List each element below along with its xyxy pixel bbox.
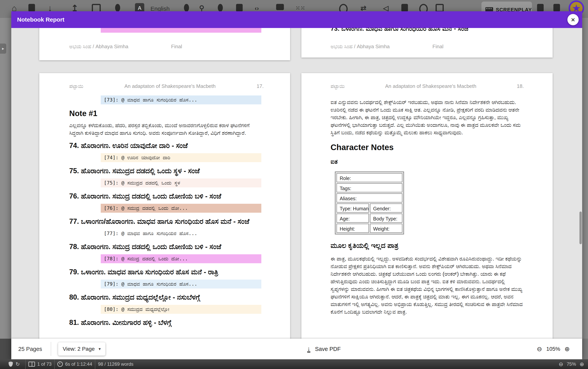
page-author: ಅಭಯ ಸಿಂಹ / Abhaya Simha: [69, 43, 128, 50]
zoom-out-icon[interactable]: ⊖: [537, 345, 542, 353]
table-cell: Gender:: [370, 203, 402, 213]
character-name: ಐತ: [330, 158, 524, 165]
image-icon[interactable]: [276, 4, 284, 10]
highlighted-code-line: [101, 28, 261, 33]
corner-fill: [0, 339, 11, 359]
scene-ref-line: [76]: @ ಸಮುದ್ರ ದಡದಲ್ಲಿ ಒಂದು ದೋ...: [101, 204, 261, 213]
scene-ref-line: [77]: @ ಮಾಧವ ಹಾಗೂ ಸುಗಂಧಿಯರ ಹೊಸ...: [101, 229, 261, 238]
scene-heading: 80. ಹೊರಾಂಗಣ. ಸಮುದ್ರದ ಮಧ್ಯದಲ್ಲೆಲ್ಲೋ - ನಸು…: [69, 293, 264, 302]
scene-ref-line: [73]: @ ಮಾಧವ ಹಾಗೂ ಸುಗಂಧಿಯರ ಹೊಸ...: [101, 95, 261, 104]
table-cell: Tags:: [336, 183, 402, 193]
table-cell: Role:: [336, 173, 402, 182]
divider: [95, 359, 95, 369]
close-icon[interactable]: ×: [567, 14, 579, 25]
pages-icon[interactable]: [236, 4, 243, 12]
scene-heading: 74. ಹೊರಾಂಗಣ. ಊರಿನ ಯಾವುದೋ ದಾರಿ - ಸಂಜೆ: [69, 141, 264, 150]
note-paragraph: ಎಲ್ಲವನ್ನೂ ಕಳೆದುಕೊಂಡು, ಹೆದರಿ, ಪರಸ್ಪರ ತಬ್ಬ…: [69, 122, 264, 137]
character-notes-heading: Character Notes: [330, 143, 524, 152]
sidebar-expand-toggle[interactable]: ▸: [0, 43, 6, 54]
divider: [51, 342, 51, 356]
person-icon[interactable]: [184, 4, 189, 12]
right-strip: [582, 18, 588, 339]
notebook-report-modal: ಅಭಯ ಸಿಂಹ / Abhaya Simha Final 73. ಒಳಾಂಗಣ…: [11, 11, 582, 359]
save-pdf-button[interactable]: ↓ Save PDF: [307, 346, 341, 352]
editor-zoom-level: 75%: [567, 361, 576, 367]
notes-icon[interactable]: [553, 4, 560, 12]
scene-ref-line: [78]: @ ಸಮುದ್ರ ದಡದಲ್ಲಿ ಒಂದು ದೋ...: [101, 254, 261, 263]
scene-heading: 79. ಒಳಾಂಗಣ. ಮಾಧವ ಹಾಗೂ ಸುಗಂಧಿಯರ ಹೊಸ ಮನೆ -…: [69, 267, 264, 277]
left-sidebar-strip: ▸: [0, 18, 11, 339]
scene-ref-line: [74]: @ ಊರಿನ ಯಾವುದೋ ದಾರಿ: [101, 153, 261, 162]
modal-header: Notebook Report: [11, 11, 582, 28]
shape-icon[interactable]: [218, 4, 223, 12]
language-label[interactable]: English: [151, 5, 170, 12]
add-box-icon[interactable]: [435, 4, 444, 12]
page-status: Final: [171, 43, 182, 50]
table-cell: Body Type:: [370, 214, 402, 223]
table-row: Aliases:: [336, 193, 403, 203]
refresh-icon[interactable]: ↻: [16, 361, 20, 367]
shield-icon[interactable]: [9, 362, 13, 367]
page-header-title: An adaptaton of Shakespeare's Macbeth: [345, 83, 517, 89]
scene-heading: 81. ಹೊರಾಂಗಣ. ಮೀನುಗಾರರ ಹಳ್ಳಿ - ಬೆಳಗ್ಗೆ: [69, 318, 264, 327]
page-header-title: An adaptaton of Shakespeare's Macbeth: [83, 83, 257, 89]
note-heading: Note #1: [69, 109, 264, 118]
report-footer-bar: 25 Pages View: 2 Page ▾ ↓ Save PDF ⊖ 105…: [11, 339, 582, 359]
table-row: Height:Weight:: [336, 223, 403, 233]
book-icon: [28, 362, 35, 367]
runtime-indicator: 6s of 1:12:44: [65, 361, 92, 367]
table-cell: Weight:: [370, 224, 402, 233]
page-number: 18.: [517, 83, 524, 89]
scene-heading: 78. ಹೊರಾಂಗಣ. ಸಮುದ್ರ ದಡದಲ್ಲಿ ಒಂದು ದೋಣಿಯ ಬ…: [69, 242, 264, 251]
scene-ref-line: [79]: @ ಮಾಧವ ಹಾಗೂ ಸುಗಂಧಿಯರ ಹೊಸ...: [101, 280, 261, 288]
divider: [25, 359, 26, 369]
table-cell: Height:: [336, 224, 369, 233]
layout-icon[interactable]: [537, 4, 544, 12]
table-row: Type: HumanGender:: [336, 203, 403, 213]
page-number: 17.: [257, 83, 264, 89]
page-position: 1 of 73: [37, 361, 52, 367]
scene-heading: 77. ಒಳಾಂಗಣ/ಹೊರಾಂಗಣ. ಮಾಧವ ಹಾಗೂ ಸುಗಂಧಿಯರ ಹ…: [69, 217, 264, 226]
page-card-17-top: 73. ಒಳಾಂಗಣ. ಮಾಧವ ಹಾಗೂ ಸುಗಂಧಿಯರ ಹೊಸ ಮನೆ -…: [301, 28, 553, 58]
page-card-17: ಪಟ್ಟಾಯಿ An adaptaton of Shakespeare's Ma…: [39, 73, 290, 339]
table-cell: Aliases:: [336, 193, 402, 203]
table-cell: Type: Human: [336, 203, 369, 213]
scene-ref-line: [75]: @ ಸಮುದ್ರದ ದಡದಲ್ಲಿ ಒಂದು ಸ್ಥಳ: [101, 178, 261, 187]
page-author: ಅಭಯ ಸಿಂಹ / Abhaya Simha: [330, 43, 390, 50]
zoom-in-icon[interactable]: ⊕: [565, 345, 570, 353]
character-body-paragraph: ಈ ಪಾತ್ರ, ಮೂಲಕಥೆಯಲ್ಲಿ ಇಲ್ಲದ್ದು. ಅಳವಡಿಕೆಯ …: [330, 255, 524, 316]
scene-heading: 76. ಹೊರಾಂಗಣ. ಸಮುದ್ರ ದಡದಲ್ಲಿ ಒಂದು ದೋಣಿಯ ಬ…: [69, 192, 264, 201]
page-header-left: ಪಟ್ಟಾಯಿ: [330, 83, 345, 89]
divider: [54, 359, 55, 369]
zoom-in-icon[interactable]: ⊕: [580, 361, 584, 368]
add-note-icon[interactable]: [401, 4, 408, 12]
flame-icon[interactable]: [115, 4, 120, 12]
page-status: Final: [433, 43, 443, 50]
scene-heading: 75. ಹೊರಾಂಗಣ. ಸಮುದ್ರದ ದಡದಲ್ಲಿ ಒಂದು ಸ್ಥಳ -…: [69, 166, 264, 175]
save-icon[interactable]: [28, 4, 35, 12]
save-pdf-label: Save PDF: [315, 346, 341, 352]
character-intro-paragraph: ಐತ ಎನ್ನುವವನು ಒಂದರ್ಥದಲ್ಲಿ ಶೇಕ್ಸ್‌ಪಿಯರ್ ಇರ…: [330, 99, 524, 136]
view-mode-dropdown[interactable]: View: 2 Page ▾: [58, 342, 106, 356]
page-card-16: ಅಭಯ ಸಿಂಹ / Abhaya Simha Final: [39, 28, 290, 60]
table-row: Age:Body Type:: [336, 213, 403, 223]
app-window: ⌂ ↓ ↥ A English ⚲ ‹› ⁙⁙ ⇄ ◁ SCREENPLAY ★…: [0, 0, 588, 369]
zoom-out-icon[interactable]: ⊖: [559, 361, 563, 368]
table-row: Role:: [336, 173, 403, 183]
scene-heading: 73. ಒಳಾಂಗಣ. ಮಾಧವ ಹಾಗೂ ಸುಗಂಧಿಯರ ಹೊಸ ಮನೆ -…: [330, 28, 548, 32]
clock-icon: [57, 361, 63, 367]
character-table: Role:Tags:Aliases:Type: HumanGender:Age:…: [335, 172, 404, 235]
status-bar: ↻ 1 of 73 6s of 1:12:44 98 / 11269 words…: [0, 359, 588, 369]
modal-body: ಅಭಯ ಸಿಂಹ / Abhaya Simha Final 73. ಒಳಾಂಗಣ…: [11, 28, 582, 339]
page-card-18: ಪಟ್ಟಾಯಿ An adaptaton of Shakespeare's Ma…: [301, 73, 553, 339]
word-count: 98 / 11269 words: [98, 361, 133, 367]
zoom-level: 105%: [547, 346, 560, 352]
modal-scrollbar-thumb[interactable]: [579, 212, 582, 244]
chevron-down-icon: ▾: [99, 347, 101, 351]
table-cell: Age:: [336, 214, 369, 223]
section-heading: ಮೂಲ ಕೃತಿಯಲ್ಲಿ ಇಲ್ಲದ ಪಾತ್ರ: [330, 241, 524, 250]
page-count-label: 25 Pages: [18, 346, 42, 352]
page-header-left: ಪಟ್ಟಾಯಿ: [69, 83, 83, 89]
modal-title: Notebook Report: [11, 16, 64, 23]
table-row: Tags:: [336, 183, 403, 193]
